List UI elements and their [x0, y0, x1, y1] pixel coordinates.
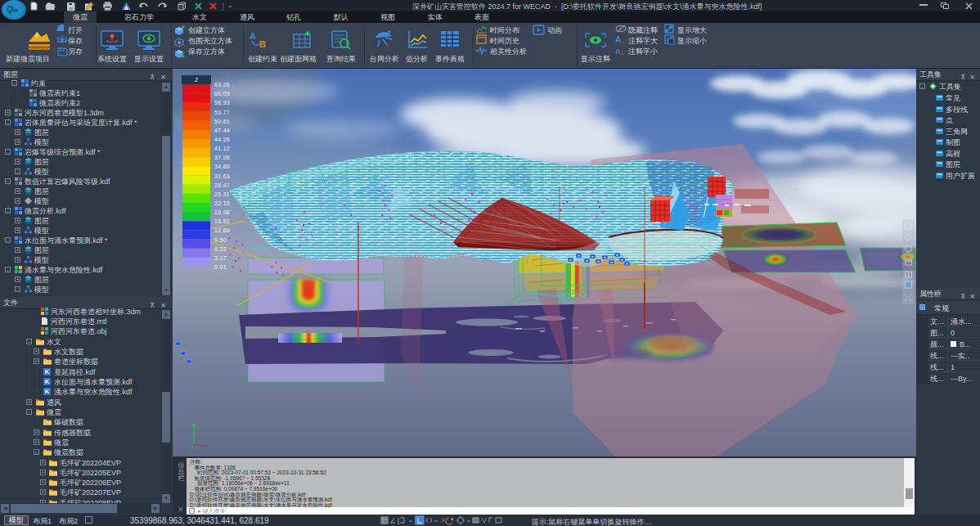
- svg-text:9.50: 9.50: [214, 237, 227, 243]
- svg-text:15.82: 15.82: [214, 218, 230, 224]
- svg-text:28.47: 28.47: [214, 182, 230, 188]
- svg-text:0.01: 0.01: [214, 264, 227, 270]
- svg-text:63.26: 63.26: [214, 82, 230, 88]
- svg-text:50.61: 50.61: [214, 119, 230, 124]
- svg-text:47.44: 47.44: [214, 128, 230, 133]
- svg-text:18.98: 18.98: [214, 209, 230, 215]
- svg-text:A: A: [615, 47, 621, 56]
- svg-text:37.96: 37.96: [214, 155, 230, 160]
- svg-text:12.66: 12.66: [214, 227, 230, 233]
- svg-text:53.77: 53.77: [214, 110, 230, 115]
- svg-text:25.31: 25.31: [214, 191, 230, 197]
- svg-text:56.93: 56.93: [214, 100, 230, 106]
- svg-text:31.63: 31.63: [214, 173, 230, 179]
- svg-text:6.33: 6.33: [214, 246, 227, 252]
- svg-text:Z: Z: [195, 77, 199, 83]
- svg-text:22.15: 22.15: [214, 200, 230, 206]
- svg-text:34.80: 34.80: [214, 164, 230, 169]
- svg-text:A: A: [615, 35, 621, 44]
- svg-text:41.12: 41.12: [214, 146, 230, 151]
- svg-text:44.28: 44.28: [214, 137, 230, 142]
- svg-text:60.09: 60.09: [214, 91, 230, 97]
- svg-text:A: A: [249, 31, 256, 41]
- svg-text:3.17: 3.17: [214, 255, 227, 261]
